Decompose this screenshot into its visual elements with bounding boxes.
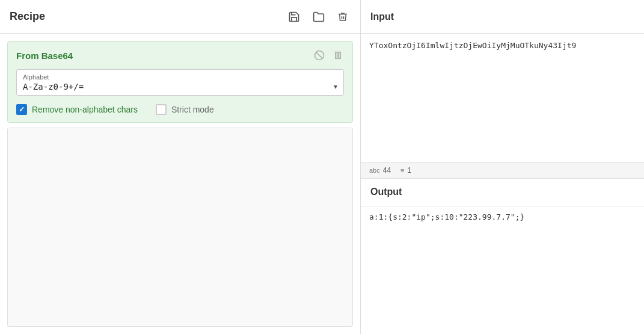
svg-rect-2 <box>336 52 337 59</box>
right-panel: Input YToxOntzOjI6ImlwIjtzOjEwOiIyMjMuOT… <box>361 0 644 334</box>
ban-icon <box>314 50 325 61</box>
remove-nonalpha-checkbox-item[interactable]: Remove non-alphabet chars <box>16 104 138 115</box>
abc-icon: abc <box>369 167 380 174</box>
operation-name: From Base64 <box>16 51 73 61</box>
svg-rect-3 <box>339 52 340 59</box>
pause-icon <box>333 50 343 61</box>
input-header: Input <box>361 0 644 34</box>
strict-mode-checkbox[interactable] <box>156 104 167 115</box>
alphabet-value-row: A-Za-z0-9+/= ▾ <box>23 82 337 91</box>
main-content: From Base64 <box>0 34 360 334</box>
disable-operation-button[interactable] <box>313 49 326 62</box>
alphabet-value: A-Za-z0-9+/= <box>23 82 84 91</box>
input-header-label: Input <box>370 11 394 22</box>
alphabet-field[interactable]: Alphabet A-Za-z0-9+/= ▾ <box>16 69 344 96</box>
output-header: Output <box>361 179 644 206</box>
operation-card: From Base64 <box>7 41 353 123</box>
remove-nonalpha-label: Remove non-alphabet chars <box>32 105 138 114</box>
lines-stat: ≡ 1 <box>400 166 411 175</box>
open-folder-button[interactable] <box>310 8 328 25</box>
lines-icon: ≡ <box>400 167 404 174</box>
pause-operation-button[interactable] <box>332 49 344 62</box>
save-icon <box>288 11 300 23</box>
delete-button[interactable] <box>335 8 351 25</box>
trash-icon <box>337 11 348 23</box>
output-text-area[interactable]: a:1:{s:2:"ip";s:10:"223.99.7.7";} <box>361 206 644 335</box>
char-stat: abc 44 <box>369 166 391 175</box>
strict-mode-label: Strict mode <box>171 105 214 114</box>
recipe-actions <box>286 8 351 25</box>
empty-recipe-area <box>7 128 353 327</box>
output-header-label: Output <box>370 187 402 197</box>
remove-nonalpha-checkbox[interactable] <box>16 104 27 115</box>
save-button[interactable] <box>286 8 302 25</box>
input-value: YToxOntzOjI6ImlwIjtzOjEwOiIyMjMuOTkuNy43… <box>369 41 576 50</box>
char-count: 44 <box>383 166 391 175</box>
operation-controls <box>313 49 344 62</box>
recipe-title: Recipe <box>10 10 45 23</box>
stats-bar: abc 44 ≡ 1 <box>361 162 644 179</box>
checkbox-row: Remove non-alphabet chars Strict mode <box>16 104 344 115</box>
recipe-header: Recipe <box>0 0 360 34</box>
alphabet-label: Alphabet <box>23 73 337 81</box>
output-value: a:1:{s:2:"ip";s:10:"223.99.7.7";} <box>369 212 524 221</box>
operation-card-header: From Base64 <box>16 49 344 62</box>
folder-icon <box>312 11 325 23</box>
input-text-area[interactable]: YToxOntzOjI6ImlwIjtzOjEwOiIyMjMuOTkuNy43… <box>361 34 644 162</box>
svg-line-1 <box>316 52 323 59</box>
strict-mode-checkbox-item[interactable]: Strict mode <box>156 104 214 115</box>
chevron-down-icon: ▾ <box>334 82 337 91</box>
lines-count: 1 <box>408 166 412 175</box>
